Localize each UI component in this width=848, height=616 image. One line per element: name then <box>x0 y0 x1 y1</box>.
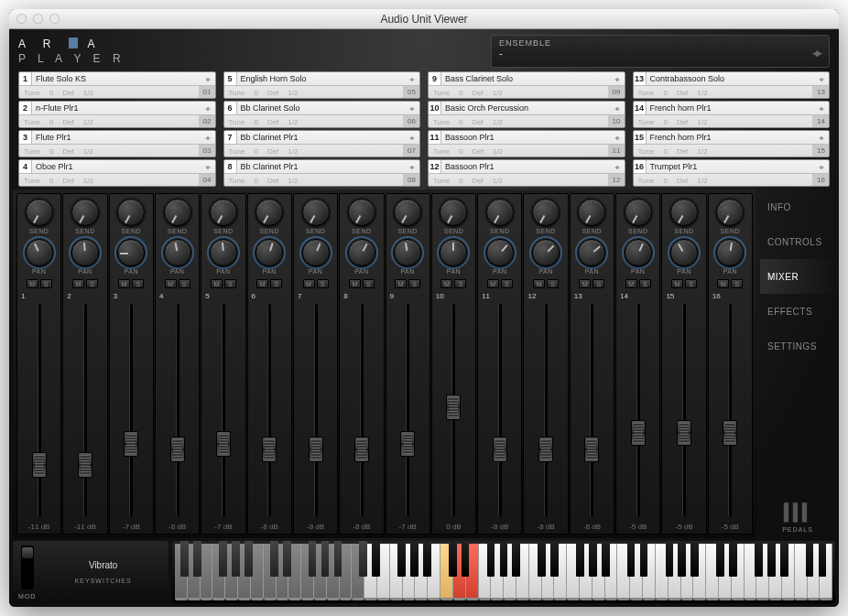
slot-stepper-icon[interactable]: ◂▸ <box>199 163 215 171</box>
solo-button[interactable]: S <box>547 279 559 288</box>
white-key[interactable] <box>188 544 201 600</box>
pan-knob[interactable] <box>255 239 283 266</box>
send-knob[interactable] <box>394 199 421 226</box>
pan-knob[interactable] <box>164 239 191 266</box>
solo-button[interactable]: S <box>501 279 513 288</box>
minimize-icon[interactable] <box>33 14 43 24</box>
mute-button[interactable]: M <box>533 279 545 288</box>
pan-knob[interactable] <box>26 239 53 266</box>
fader-track[interactable] <box>709 304 752 517</box>
solo-button[interactable]: S <box>363 279 375 288</box>
white-key[interactable] <box>175 544 188 600</box>
instrument-slot[interactable]: 8Bb Clarinet Plr1◂▸Tune0Def1/208 <box>223 159 421 187</box>
white-key[interactable] <box>593 544 605 600</box>
fader-track[interactable] <box>524 304 567 517</box>
white-key[interactable] <box>428 544 440 600</box>
mod-mode[interactable]: Vibrato <box>89 560 118 570</box>
mute-button[interactable]: M <box>395 279 407 288</box>
white-key[interactable] <box>277 544 289 600</box>
slot-stepper-icon[interactable]: ◂▸ <box>812 163 829 171</box>
solo-button[interactable]: S <box>454 279 466 288</box>
white-key[interactable] <box>340 544 353 600</box>
fader-handle[interactable] <box>584 437 599 462</box>
instrument-slot[interactable]: 13Contrabassoon Solo◂▸Tune0Def1/213 <box>633 71 831 99</box>
solo-button[interactable]: S <box>685 279 697 288</box>
white-key[interactable] <box>301 544 314 600</box>
white-key[interactable] <box>238 544 251 600</box>
send-knob[interactable] <box>302 199 330 226</box>
white-key[interactable] <box>288 544 301 600</box>
send-knob[interactable] <box>440 199 467 226</box>
white-key[interactable] <box>605 544 618 600</box>
solo-button[interactable]: S <box>731 279 743 288</box>
send-knob[interactable] <box>348 199 375 226</box>
pan-knob[interactable] <box>578 239 605 266</box>
preset-stepper-icon[interactable]: ◀▶ <box>812 49 820 58</box>
mute-button[interactable]: M <box>72 279 84 288</box>
instrument-slot[interactable]: 10Basic Orch Percussion◂▸Tune0Def1/210 <box>428 101 625 128</box>
zoom-icon[interactable] <box>49 14 60 24</box>
slot-stepper-icon[interactable]: ◂▸ <box>812 134 829 142</box>
white-key[interactable] <box>693 544 706 600</box>
white-key[interactable] <box>377 544 390 600</box>
solo-button[interactable]: S <box>317 279 329 288</box>
white-key[interactable] <box>415 544 428 600</box>
slot-stepper-icon[interactable]: ◂▸ <box>403 163 419 171</box>
fader-track[interactable] <box>17 304 60 517</box>
pan-knob[interactable] <box>670 239 698 266</box>
slot-stepper-icon[interactable]: ◂▸ <box>199 134 215 142</box>
white-key[interactable] <box>782 544 795 600</box>
mute-button[interactable]: M <box>440 279 452 288</box>
mute-button[interactable]: M <box>27 279 38 288</box>
send-knob[interactable] <box>210 199 237 226</box>
white-key[interactable] <box>769 544 782 600</box>
fader-handle[interactable] <box>631 420 646 446</box>
pan-knob[interactable] <box>394 239 421 266</box>
white-key[interactable] <box>580 544 593 600</box>
solo-button[interactable]: S <box>270 279 282 288</box>
mute-button[interactable]: M <box>256 279 268 288</box>
slot-stepper-icon[interactable]: ◂▸ <box>199 104 215 113</box>
white-key[interactable] <box>617 544 630 600</box>
white-key[interactable] <box>440 544 453 600</box>
solo-button[interactable]: S <box>639 279 651 288</box>
fader-track[interactable] <box>478 304 521 517</box>
fader-handle[interactable] <box>170 437 185 462</box>
mute-button[interactable]: M <box>211 279 223 288</box>
solo-button[interactable]: S <box>224 279 236 288</box>
white-key[interactable] <box>808 544 821 600</box>
white-key[interactable] <box>364 544 377 600</box>
send-knob[interactable] <box>625 199 652 226</box>
white-key[interactable] <box>390 544 403 600</box>
instrument-slot[interactable]: 11Bassoon Plr1◂▸Tune0Def1/211 <box>428 130 625 157</box>
slot-stepper-icon[interactable]: ◂▸ <box>608 163 625 171</box>
slot-stepper-icon[interactable]: ◂▸ <box>403 134 419 142</box>
white-key[interactable] <box>479 544 492 600</box>
fader-track[interactable] <box>432 304 475 517</box>
white-key[interactable] <box>516 544 529 600</box>
mute-button[interactable]: M <box>717 279 729 288</box>
mute-button[interactable]: M <box>487 279 499 288</box>
pan-knob[interactable] <box>440 239 467 266</box>
pan-knob[interactable] <box>486 239 514 266</box>
mute-button[interactable]: M <box>165 279 177 288</box>
white-key[interactable] <box>403 544 416 600</box>
white-key[interactable] <box>542 544 555 600</box>
slot-stepper-icon[interactable]: ◂▸ <box>403 104 419 113</box>
white-key[interactable] <box>656 544 669 600</box>
pan-knob[interactable] <box>716 239 744 266</box>
white-key[interactable] <box>453 544 466 600</box>
pan-knob[interactable] <box>625 239 652 266</box>
white-key[interactable] <box>756 544 769 600</box>
instrument-slot[interactable]: 4Oboe Plr1◂▸Tune0Def1/204 <box>18 159 216 187</box>
white-key[interactable] <box>529 544 542 600</box>
tab-info[interactable]: INFO <box>760 189 835 224</box>
white-key[interactable] <box>225 544 238 600</box>
fader-track[interactable] <box>340 304 383 517</box>
mute-button[interactable]: M <box>579 279 591 288</box>
white-key[interactable] <box>504 544 516 600</box>
instrument-slot[interactable]: 16Trumpet Plr1◂▸Tune0Def1/216 <box>633 159 831 187</box>
fader-handle[interactable] <box>493 437 507 462</box>
white-key[interactable] <box>466 544 479 600</box>
solo-button[interactable]: S <box>408 279 420 288</box>
